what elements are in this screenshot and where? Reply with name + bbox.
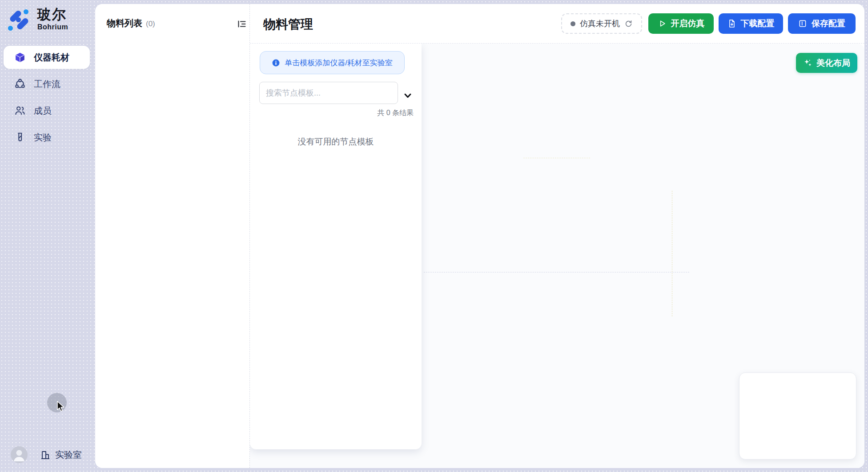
status-dot-icon <box>571 21 575 26</box>
sidebar-item-workflow[interactable]: 工作流 <box>4 72 90 96</box>
sidebar-nav: 仪器耗材 工作流 成员 <box>4 46 90 152</box>
info-icon <box>272 59 280 67</box>
lab-canvas[interactable]: 单击模板添加仪器/耗材至实验室 共 0 条结果 没有可用的节点模板 <box>250 44 864 468</box>
sidebar-item-label: 仪器耗材 <box>34 52 69 64</box>
app-screen: 玻尔 Bohrium 仪器耗材 工作流 <box>0 0 868 472</box>
sidebar-item-label: 实验 <box>34 132 52 144</box>
page-title: 物料管理 <box>263 16 313 33</box>
start-simulation-button[interactable]: 开启仿真 <box>648 13 714 34</box>
experiment-icon <box>14 132 26 143</box>
chevron-down-icon <box>402 90 413 101</box>
collapse-panel-button[interactable] <box>236 18 248 30</box>
logo-dot <box>24 9 28 14</box>
sidebar-item-label: 成员 <box>34 105 52 117</box>
logo-dot <box>8 26 13 31</box>
start-simulation-label: 开启仿真 <box>671 18 705 29</box>
beautify-layout-button[interactable]: 美化布局 <box>796 53 857 73</box>
brand-name-en: Bohrium <box>37 23 68 31</box>
avatar[interactable] <box>11 446 28 463</box>
collapse-list-icon <box>237 19 247 29</box>
sidebar-item-label: 工作流 <box>34 78 60 90</box>
empty-templates-text: 没有可用的节点模板 <box>250 136 422 148</box>
template-panel: 单击模板添加仪器/耗材至实验室 共 0 条结果 没有可用的节点模板 <box>250 44 422 449</box>
content-sheet: 物料列表 (0) 物料管理 仿真未开机 开启 <box>95 4 864 468</box>
canvas-zone-line <box>672 191 672 316</box>
sidebar-item-members[interactable]: 成员 <box>4 99 90 122</box>
refresh-icon[interactable] <box>624 20 633 28</box>
hint-banner: 单击模板添加仪器/耗材至实验室 <box>260 51 405 74</box>
members-icon <box>14 105 26 116</box>
play-icon <box>658 19 667 28</box>
material-list-title: 物料列表 <box>107 17 142 29</box>
file-download-icon <box>727 19 736 28</box>
sparkles-icon <box>803 58 812 68</box>
canvas-zone-line <box>424 272 689 272</box>
simulation-status-text: 仿真未开机 <box>580 18 620 29</box>
canvas-zone-line <box>523 158 590 158</box>
minimap-panel[interactable] <box>739 372 856 460</box>
sidebar-item-instruments[interactable]: 仪器耗材 <box>4 46 90 69</box>
brand-logo: 玻尔 Bohrium <box>8 7 68 32</box>
lab-switcher[interactable]: 实验室 <box>40 449 82 461</box>
brand-name-cn: 玻尔 <box>37 7 68 22</box>
save-config-label: 保存配置 <box>812 18 845 29</box>
material-list-count: (0) <box>146 20 155 28</box>
beautify-layout-label: 美化布局 <box>816 57 850 69</box>
workflow-icon <box>14 78 26 90</box>
result-count: 共 0 条结果 <box>377 108 414 118</box>
brand-text: 玻尔 Bohrium <box>37 7 68 31</box>
mouse-cursor <box>55 400 66 413</box>
simulation-status-pill: 仿真未开机 <box>561 13 642 34</box>
avatar-person-icon <box>11 446 28 463</box>
search-input[interactable] <box>259 82 398 104</box>
cube-icon <box>14 52 26 63</box>
material-list-header: 物料列表 (0) <box>107 17 155 29</box>
save-config-button[interactable]: 保存配置 <box>788 13 856 34</box>
download-config-label: 下载配置 <box>741 18 775 29</box>
building-icon <box>40 450 51 460</box>
sidebar-item-experiment[interactable]: 实验 <box>4 126 90 149</box>
expand-search-button[interactable] <box>402 89 414 102</box>
download-config-button[interactable]: 下载配置 <box>719 13 783 34</box>
hint-banner-text: 单击模板添加仪器/耗材至实验室 <box>285 58 393 68</box>
bohrium-logo-icon <box>8 9 30 32</box>
save-icon <box>798 19 807 28</box>
lab-label: 实验室 <box>55 449 82 461</box>
sidebar-footer: 实验室 <box>0 441 95 472</box>
